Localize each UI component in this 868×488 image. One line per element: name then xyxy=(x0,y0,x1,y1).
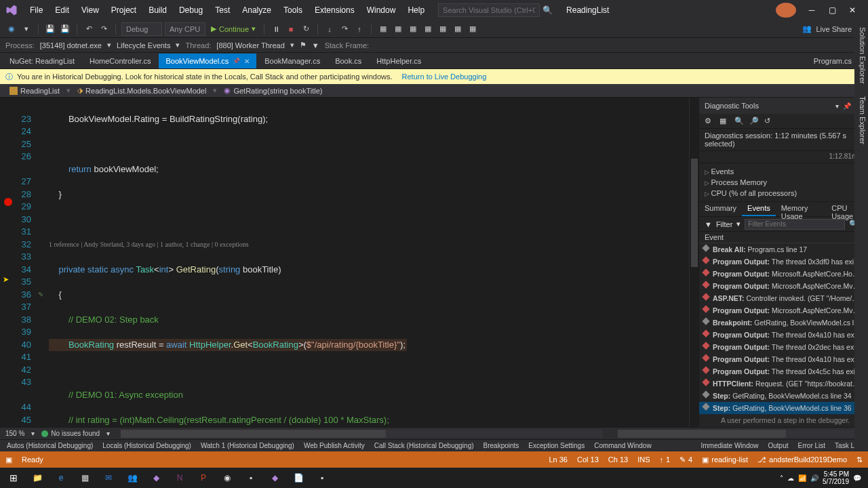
tool-tab[interactable]: Autos (Historical Debugging) xyxy=(3,441,97,451)
select-tools-icon[interactable]: ▦ xyxy=(719,117,729,126)
filter-icon[interactable]: ▼ xyxy=(312,41,319,49)
stop-icon[interactable]: ■ xyxy=(285,23,297,35)
team-explorer-tab[interactable]: Team Explorer xyxy=(854,94,868,147)
event-column-header[interactable]: Event xyxy=(699,232,868,243)
zoom-out-icon[interactable]: 🔎 xyxy=(749,117,759,126)
memory-node[interactable]: Process Memory xyxy=(699,177,868,188)
issues-indicator[interactable]: No issues found xyxy=(41,430,100,437)
publish-icon[interactable]: ⇅ xyxy=(856,455,863,464)
quick-launch-input[interactable] xyxy=(438,3,540,17)
toolbar-icon[interactable]: ▦ xyxy=(452,23,464,35)
event-row[interactable]: Program Output: The thread 0x4c5c has ex… xyxy=(699,365,868,378)
tray-expand-icon[interactable]: ˄ xyxy=(780,474,783,482)
solution-explorer-tab[interactable]: Solution Explorer xyxy=(854,24,868,87)
reset-icon[interactable]: ↺ xyxy=(764,117,774,126)
tool-tab[interactable]: Call Stack (Historical Debugging) xyxy=(370,441,478,451)
dropdown-icon[interactable]: ▾ xyxy=(833,102,841,110)
menu-window[interactable]: Window xyxy=(361,3,401,18)
event-row[interactable]: Program Output: The thread 0x3df0 has ex… xyxy=(699,256,868,268)
menu-project[interactable]: Project xyxy=(106,3,142,18)
git-repo[interactable]: ▣ reading-list xyxy=(702,455,748,464)
menu-analyze[interactable]: Analyze xyxy=(237,3,277,18)
flag-icon[interactable]: ⚑ xyxy=(300,41,307,49)
tool-tab[interactable]: Breakpoints xyxy=(479,441,524,451)
menu-test[interactable]: Test xyxy=(210,3,235,18)
menu-view[interactable]: View xyxy=(76,3,104,18)
tool-tab[interactable]: Immediate Window xyxy=(696,441,762,451)
redo-icon[interactable]: ↷ xyxy=(98,23,110,35)
tool-tab[interactable]: Error List xyxy=(794,441,830,451)
event-row[interactable]: ASP.NET: Controller invoked. (GET "/Home… xyxy=(699,292,868,304)
event-row[interactable]: A user performed a step in the debugger. xyxy=(699,414,868,426)
chevron-icon[interactable]: ▾ xyxy=(106,430,110,437)
events-node[interactable]: Events xyxy=(699,166,868,177)
toolbar-icon[interactable]: ▦ xyxy=(437,23,449,35)
start-button[interactable]: ⊞ xyxy=(3,468,24,487)
chrome-icon[interactable]: ◉ xyxy=(216,468,238,487)
toolbar-icon[interactable]: ▦ xyxy=(422,23,434,35)
teams-icon[interactable]: 👥 xyxy=(121,468,143,487)
pin-icon[interactable]: 📌 xyxy=(841,102,853,110)
breadcrumb-member[interactable]: ◉GetRating(string bookTitle) xyxy=(220,86,326,95)
event-row[interactable]: Step: GetRating, BookViewModel.cs line 3… xyxy=(699,402,868,414)
save-all-icon[interactable]: 💾 xyxy=(59,23,71,35)
process-combo[interactable]: [35148] dotnet.exe xyxy=(40,41,102,49)
cloud-icon[interactable]: ☁ xyxy=(787,474,794,482)
tool-tab[interactable]: Exception Settings xyxy=(524,441,589,451)
toolbar-icon[interactable]: ▦ xyxy=(377,23,389,35)
zoom-in-icon[interactable]: 🔍 xyxy=(734,117,744,126)
tab-book[interactable]: Book.cs xyxy=(328,54,368,68)
clock[interactable]: 5:45 PM5/7/2019 xyxy=(823,470,849,485)
taskview-icon[interactable]: ▦ xyxy=(74,468,96,487)
codelens[interactable]: 1 reference | Andy Sterland, 3 days ago … xyxy=(49,239,689,251)
filter-events-input[interactable] xyxy=(745,219,845,230)
notepad-icon[interactable]: 📄 xyxy=(288,468,309,487)
menu-help[interactable]: Help xyxy=(402,3,430,18)
event-row[interactable]: Activate Historical Debugging xyxy=(699,426,868,427)
event-row[interactable]: Program Output: The thread 0x2dec has ex… xyxy=(699,341,868,353)
platform-combo[interactable]: Any CPU xyxy=(165,22,205,36)
menu-tools[interactable]: Tools xyxy=(278,3,308,18)
notifications-icon[interactable]: 💬 xyxy=(853,474,861,482)
step-into-icon[interactable]: ↓ xyxy=(323,23,336,35)
volume-icon[interactable]: 🔊 xyxy=(810,474,818,482)
menu-debug[interactable]: Debug xyxy=(174,3,208,18)
event-row[interactable]: Break All: Program.cs line 17 xyxy=(699,243,868,256)
code-content[interactable]: BookViewModel.Rating = BuildRatingString… xyxy=(41,98,689,427)
tab-nuget[interactable]: NuGet: ReadingList xyxy=(3,54,81,68)
nav-back-icon[interactable]: ◉ xyxy=(5,23,18,35)
menu-edit[interactable]: Edit xyxy=(50,3,75,18)
filter-icon[interactable]: ▼ xyxy=(705,220,712,228)
event-row[interactable]: HTTPClient: Request. (GET "https://bookr… xyxy=(699,378,868,390)
vs2-icon[interactable]: ◆ xyxy=(264,468,285,487)
breadcrumb-project[interactable]: ReadingList xyxy=(5,87,64,95)
toolbar-icon[interactable]: ▦ xyxy=(392,23,404,35)
events-list[interactable]: Break All: Program.cs line 17Program Out… xyxy=(699,243,868,427)
horizontal-scrollbar[interactable] xyxy=(121,430,603,438)
restore-button[interactable]: ▢ xyxy=(822,3,842,18)
config-combo[interactable]: Debug xyxy=(121,22,162,36)
toolbar-icon[interactable]: ▦ xyxy=(467,23,479,35)
return-live-debug-link[interactable]: Return to Live Debugging xyxy=(402,73,487,81)
wifi-icon[interactable]: 📶 xyxy=(798,474,806,482)
powerpoint-icon[interactable]: P xyxy=(193,468,214,487)
outlook-icon[interactable]: ✉ xyxy=(98,468,119,487)
terminal-icon[interactable]: ▪ xyxy=(240,468,262,487)
horizontal-scrollbar[interactable] xyxy=(618,430,859,438)
minimize-button[interactable]: ─ xyxy=(802,3,822,18)
step-out-icon[interactable]: ↑ xyxy=(353,23,366,35)
continue-button[interactable]: ▶Continue ▾ xyxy=(208,24,258,33)
explorer-icon[interactable]: 📁 xyxy=(26,468,48,487)
event-row[interactable]: Program Output: Microsoft.AspNetCore.Mvc… xyxy=(699,280,868,292)
onenote-icon[interactable]: N xyxy=(169,468,191,487)
cpu-node[interactable]: CPU (% of all processors) xyxy=(699,188,868,199)
tab-homecontroller[interactable]: HomeController.cs xyxy=(83,54,157,68)
event-row[interactable]: Step: GetRating, BookViewModel.cs line 3… xyxy=(699,390,868,402)
tab-memory[interactable]: Memory Usage xyxy=(776,202,827,216)
save-icon[interactable]: 💾 xyxy=(44,23,56,35)
user-avatar[interactable] xyxy=(776,3,796,18)
lifecycle-combo[interactable]: Lifecycle Events xyxy=(117,41,170,49)
step-over-icon[interactable]: ↷ xyxy=(338,23,351,35)
event-row[interactable]: Breakpoint: GetRating, BookViewModel.cs … xyxy=(699,317,868,329)
tool-tab[interactable]: Web Publish Activity xyxy=(300,441,369,451)
